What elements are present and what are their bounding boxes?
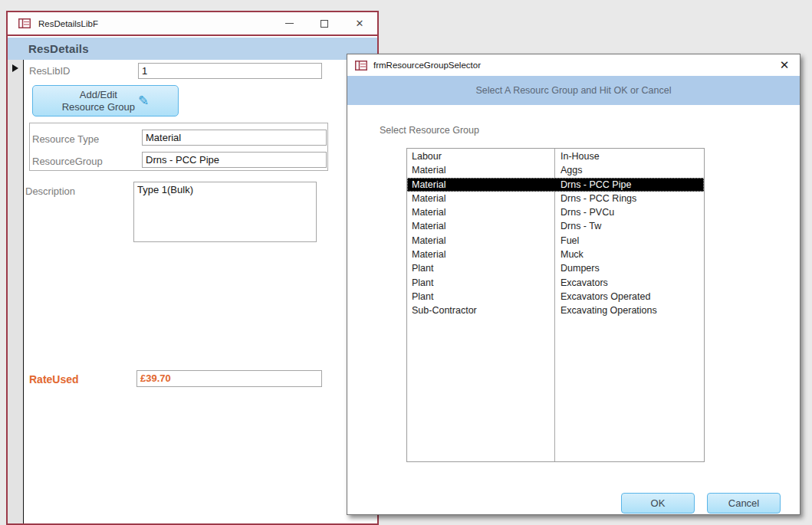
ok-button[interactable]: OK (621, 493, 695, 514)
list-row[interactable]: MaterialFuel (407, 234, 704, 248)
dialog-header-text: Select A Resourc Group and Hit OK or Can… (476, 85, 672, 96)
maximize-icon (321, 20, 328, 28)
form-header: ResDetails (8, 38, 377, 60)
row-type-cell: Material (407, 178, 554, 192)
dialog-header-band: Select A Resourc Group and Hit OK or Can… (347, 76, 800, 105)
row-type-cell: Material (407, 248, 554, 261)
description-field[interactable]: Type 1(Bulk) (133, 182, 317, 242)
row-group-cell: Drns - PCC Pipe (554, 178, 704, 192)
minimize-icon (285, 23, 294, 24)
window-titlebar: ResDetailsLibF ✕ (8, 12, 377, 36)
list-row[interactable]: PlantExcavators Operated (407, 290, 704, 304)
access-form-icon (18, 18, 31, 28)
row-group-cell: Dumpers (554, 261, 704, 275)
window-title: ResDetailsLibF (38, 19, 98, 28)
row-type-cell: Material (407, 163, 554, 177)
reslibid-label: ResLibID (29, 65, 70, 77)
description-label: Description (25, 185, 75, 197)
row-group-cell: Drns - Tw (554, 219, 704, 233)
resource-type-label: Resource Type (32, 133, 99, 145)
list-row[interactable]: MaterialDrns - PCC Pipe (407, 178, 704, 192)
row-type-cell: Material (407, 205, 554, 219)
close-icon: ✕ (780, 58, 790, 72)
resource-type-field[interactable]: Material (142, 130, 327, 146)
list-row[interactable]: MaterialDrns - PVCu (407, 205, 704, 219)
add-edit-resource-group-label: Add/Edit Resource Group (62, 89, 135, 113)
row-group-cell: Drns - PVCu (554, 205, 704, 219)
row-type-cell: Plant (407, 276, 554, 290)
reslibid-field[interactable]: 1 (138, 63, 322, 79)
rate-used-label: RateUsed (29, 373, 79, 386)
dialog-titlebar: frmResourceGroupSelector ✕ (347, 54, 800, 76)
record-selector-bar[interactable] (8, 60, 24, 523)
row-group-cell: Excavators (554, 276, 704, 290)
row-group-cell: Fuel (554, 234, 704, 248)
row-group-cell: Drns - PCC Rings (554, 192, 704, 205)
row-type-cell: Material (407, 192, 554, 205)
row-group-cell: Aggs (554, 163, 704, 177)
list-row[interactable]: PlantDumpers (407, 261, 704, 275)
list-row[interactable]: PlantExcavators (407, 276, 704, 290)
row-type-cell: Plant (407, 290, 554, 304)
rate-used-field[interactable]: £39.70 (136, 370, 322, 387)
resource-group-listbox[interactable]: LabourIn-House MaterialAggs MaterialDrns… (406, 148, 705, 462)
minimize-button[interactable] (271, 12, 307, 34)
dialog-close-button[interactable]: ✕ (769, 54, 800, 76)
row-type-cell: Sub-Contractor (407, 304, 554, 317)
list-row[interactable]: MaterialAggs (407, 163, 704, 177)
dialog-title: frmResourceGroupSelector (373, 61, 481, 70)
listbox-rows: LabourIn-House MaterialAggs MaterialDrns… (407, 149, 704, 318)
resource-group-selector-dialog: frmResourceGroupSelector ✕ Select A Reso… (347, 54, 800, 515)
form-header-title: ResDetails (28, 42, 89, 55)
list-row[interactable]: MaterialDrns - PCC Rings (407, 192, 704, 205)
row-group-cell: Excavators Operated (554, 290, 704, 304)
list-row[interactable]: LabourIn-House (407, 149, 704, 163)
current-record-arrow-icon (12, 64, 18, 72)
row-group-cell: Excavating Operations (554, 304, 704, 317)
resource-group-label: ResourceGroup (32, 156, 103, 167)
row-type-cell: Labour (407, 149, 554, 163)
resource-group-field[interactable]: Drns - PCC Pipe (142, 152, 327, 168)
list-row[interactable]: Sub-ContractorExcavating Operations (407, 304, 704, 317)
close-icon: ✕ (356, 18, 364, 29)
row-type-cell: Material (407, 234, 554, 248)
pencil-icon: ✎ (138, 95, 149, 107)
select-resource-group-label: Select Resource Group (380, 125, 479, 136)
cancel-button[interactable]: Cancel (707, 493, 781, 514)
add-edit-resource-group-button[interactable]: Add/Edit Resource Group ✎ (32, 85, 179, 116)
access-form-icon (355, 61, 367, 71)
list-row[interactable]: MaterialDrns - Tw (407, 219, 704, 233)
maximize-button[interactable] (307, 12, 342, 34)
row-group-cell: Muck (554, 248, 704, 261)
row-group-cell: In-House (554, 149, 704, 163)
close-button[interactable]: ✕ (342, 12, 377, 34)
list-row[interactable]: MaterialMuck (407, 248, 704, 261)
row-type-cell: Material (407, 219, 554, 233)
res-details-window: ResDetailsLibF ✕ ResDetails ResLibID 1 A… (6, 11, 379, 525)
row-type-cell: Plant (407, 261, 554, 275)
